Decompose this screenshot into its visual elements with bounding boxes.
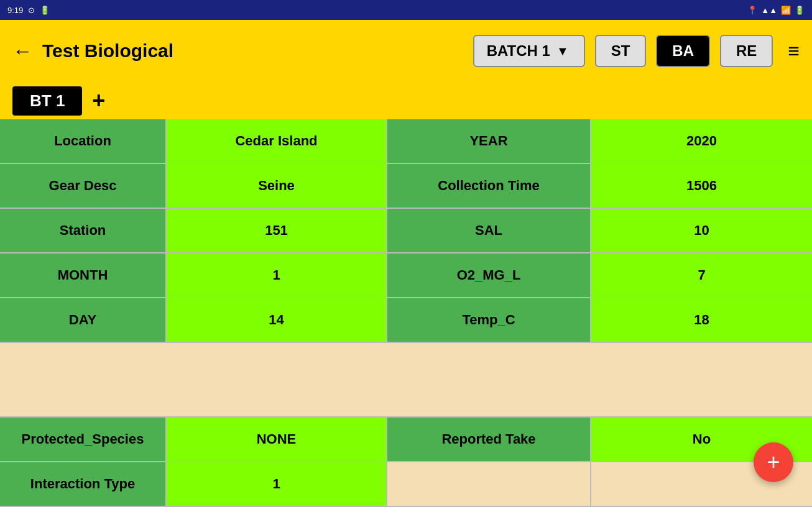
status-icon-2: 🔋	[40, 6, 50, 15]
value-year[interactable]: 2020	[591, 119, 812, 163]
subtab-bar: BT 1 +	[0, 82, 812, 119]
value-collection-time[interactable]: 1506	[591, 164, 812, 208]
label-month: MONTH	[0, 254, 167, 297]
label-year: YEAR	[387, 119, 591, 163]
table-row: Protected_Species NONE Reported Take No	[0, 416, 812, 462]
table-row: Interaction Type 1	[0, 462, 812, 507]
value-day[interactable]: 14	[167, 298, 387, 342]
value-o2-mg-l[interactable]: 7	[591, 254, 812, 297]
menu-button[interactable]: ≡	[788, 40, 800, 63]
add-subtab-button[interactable]: +	[92, 89, 105, 112]
status-bar-right: 📍 ▲▲ 📶 🔋	[747, 6, 805, 15]
table-row: MONTH 1 O2_MG_L 7	[0, 254, 812, 298]
fab-add-button[interactable]: +	[754, 442, 793, 482]
label-day: DAY	[0, 298, 167, 342]
value-month[interactable]: 1	[167, 254, 387, 297]
tab-ba[interactable]: BA	[656, 35, 710, 67]
status-bar: 9:19 ⊙ 🔋 📍 ▲▲ 📶 🔋	[0, 0, 812, 20]
value-location[interactable]: Cedar Island	[167, 119, 387, 163]
top-bar: ← Test Biological BATCH 1 ▼ ST BA RE ≡	[0, 20, 812, 82]
signal-icon: 📶	[781, 6, 791, 15]
label-station: Station	[0, 209, 167, 252]
wifi-icon: ▲▲	[761, 6, 777, 15]
value-protected-species[interactable]: NONE	[167, 418, 387, 461]
value-interaction-type[interactable]: 1	[167, 462, 387, 506]
label-collection-time: Collection Time	[387, 164, 591, 208]
label-temp-c: Temp_C	[387, 298, 591, 342]
tab-st[interactable]: ST	[595, 35, 647, 67]
status-bar-left: 9:19 ⊙ 🔋	[7, 6, 50, 15]
value-station[interactable]: 151	[167, 209, 387, 252]
label-location: Location	[0, 119, 167, 163]
table-row: Station 151 SAL 10	[0, 209, 812, 254]
battery-icon: 🔋	[795, 6, 805, 15]
data-grid: Location Cedar Island YEAR 2020 Gear Des…	[0, 119, 812, 343]
empty-cell-1	[387, 462, 591, 506]
batch-dropdown[interactable]: BATCH 1 ▼	[473, 35, 585, 67]
status-time: 9:19	[7, 6, 23, 15]
table-row: Gear Desc Seine Collection Time 1506	[0, 164, 812, 209]
value-temp-c[interactable]: 18	[591, 298, 812, 342]
label-protected-species: Protected_Species	[0, 418, 167, 461]
subtab-bt1[interactable]: BT 1	[12, 86, 82, 116]
tab-re[interactable]: RE	[720, 35, 773, 67]
table-row: DAY 14 Temp_C 18	[0, 298, 812, 343]
label-interaction-type: Interaction Type	[0, 462, 167, 506]
label-o2-mg-l: O2_MG_L	[387, 254, 591, 297]
value-sal[interactable]: 10	[591, 209, 812, 252]
batch-label: BATCH 1	[487, 42, 550, 60]
label-sal: SAL	[387, 209, 591, 252]
location-icon: 📍	[747, 6, 757, 15]
chevron-down-icon: ▼	[556, 44, 569, 58]
value-gear-desc[interactable]: Seine	[167, 164, 387, 208]
label-gear-desc: Gear Desc	[0, 164, 167, 208]
app-title: Test Biological	[42, 40, 463, 62]
table-row: Location Cedar Island YEAR 2020	[0, 119, 812, 164]
status-icon-1: ⊙	[28, 6, 35, 15]
content-wrapper: ← Test Biological BATCH 1 ▼ ST BA RE ≡ B…	[0, 20, 812, 507]
back-button[interactable]: ←	[12, 41, 32, 61]
bottom-grid: Protected_Species NONE Reported Take No …	[0, 416, 812, 507]
label-reported-take: Reported Take	[387, 418, 591, 461]
